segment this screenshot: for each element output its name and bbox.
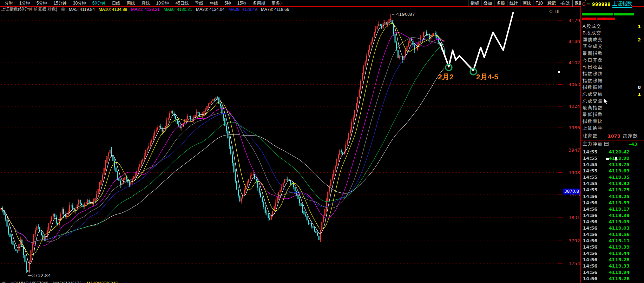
tick-row[interactable]: 14:56 4119.56 — [581, 231, 644, 237]
ma-legend-item: MA60: 4130.21 — [164, 7, 192, 12]
toolbar-button[interactable]: 标记 — [545, 0, 558, 7]
period-menu-item[interactable]: 月线 — [138, 0, 153, 6]
period-menu-item[interactable]: 季线 — [192, 0, 206, 6]
main-net-row[interactable]: 主力净额 -43 — [581, 140, 644, 148]
tick-row[interactable]: 14:56 4119.28 — [581, 256, 644, 263]
tick-row[interactable]: 14:55 4119.35 — [581, 174, 644, 180]
drawn-forecast[interactable] — [440, 12, 517, 75]
ma-line-60 — [1, 44, 444, 242]
panel-row[interactable]: A股成交 1 — [581, 23, 644, 30]
diamond-icon[interactable]: ◇ — [549, 9, 552, 14]
turnover-group: A股成交 1 B股成交 国债成交 2 基金成交 — [581, 23, 644, 50]
toolbar-button[interactable]: 指标 — [468, 0, 481, 7]
g-flag: G — [582, 2, 585, 7]
toolbar-button[interactable]: 多股 — [494, 0, 507, 7]
period-menu-item[interactable]: 15分钟 — [50, 0, 70, 6]
price-axis[interactable]: 4179414041024063402439863947390838703831… — [563, 6, 581, 280]
chart-corner-icons: ◇ ◨ — [549, 9, 559, 14]
volume-ma5: MA5:21246676 — [53, 281, 81, 283]
collapse-chevron-icon[interactable]: ⌄ — [61, 7, 65, 11]
mouse-cursor — [603, 98, 610, 106]
panel-row[interactable]: B股成交 — [581, 30, 644, 37]
tick-row[interactable]: 14:56 4119.39 — [581, 212, 644, 218]
toolbar-button[interactable]: -自选 — [558, 0, 572, 7]
tick-row[interactable]: 14:56 4119.11 — [581, 237, 644, 244]
axis-label: 3831 — [569, 215, 580, 220]
current-price-marker: 3870.8 — [563, 189, 582, 195]
period-menu: 分时 1分钟 5分钟 15分钟 30分钟 60分钟 日线 周线 月线 10分钟 … — [1, 0, 287, 6]
panel-row[interactable]: 指数涨跌 — [581, 71, 644, 77]
tick-row[interactable]: 14:56 4119.53 — [581, 199, 644, 206]
toolbar-button[interactable]: F10 — [533, 0, 545, 6]
drawn-date-label: 2月2 — [438, 72, 453, 82]
tick-row[interactable]: 14:55 4119.63 — [581, 168, 644, 174]
period-menu-item[interactable]: 周线 — [123, 0, 138, 6]
stock-identity[interactable]: G 999999 上证指数 — [581, 1, 632, 8]
split-view-icon[interactable]: ◨ — [555, 9, 559, 14]
panel-row[interactable]: 国债成交 2 — [581, 37, 644, 43]
toolbar-button[interactable]: 叠加 — [481, 0, 494, 7]
panel-row[interactable]: 指数涨幅 — [581, 77, 644, 84]
tick-row[interactable]: 14:56 4119.39 — [581, 244, 644, 250]
period-menu-item[interactable]: 5分钟 — [33, 0, 51, 6]
tick-row[interactable]: 14:55 4119.75 — [581, 187, 644, 193]
period-menu-item[interactable]: 60分钟 — [89, 0, 109, 6]
period-menu-item[interactable]: 5秒 — [221, 0, 234, 6]
tick-row[interactable]: 14:55 4119.75 — [581, 162, 644, 168]
panel-row[interactable]: 最低指数 — [581, 111, 644, 118]
tick-row[interactable]: 14:56 4119.26 — [581, 276, 644, 282]
panel-row[interactable]: 基金成交 — [581, 43, 644, 50]
advancers-decliners-row[interactable]: 涨家数 1073 跌家数 — [581, 132, 644, 140]
axis-label: 3986 — [569, 125, 580, 130]
period-menu-item[interactable]: 多周期 — [249, 0, 268, 6]
strength-segment — [614, 13, 634, 15]
tick-row[interactable]: 14:56 4119.25 — [581, 193, 644, 199]
toolbar-button[interactable]: 统计 — [507, 0, 520, 7]
pixel-artifact — [606, 158, 609, 160]
volume-pane[interactable]: VOLUME:19557349 MA5:21246676 MA10:225268… — [0, 280, 563, 283]
axis-label: 3754 — [569, 261, 580, 266]
ma-legend: MA5: 4119.84 MA10: 4134.89 MA21: 4138.21… — [69, 7, 289, 12]
stock-name: 上证指数 — [612, 1, 632, 8]
panel-row[interactable]: 总成交量 — [581, 98, 644, 104]
panel-row[interactable]: 最新指数 — [581, 50, 644, 57]
period-menu-item[interactable]: 更多〉 — [268, 0, 287, 6]
candlestick-chart[interactable] — [0, 12, 563, 280]
drawn-date-label: 2月4-5 — [476, 72, 498, 82]
panel-row[interactable]: 今日开盘 — [581, 57, 644, 64]
period-menu-item[interactable]: 1分钟 — [16, 0, 33, 6]
panel-row[interactable]: 指数量比 — [581, 118, 644, 125]
candles — [1, 14, 445, 277]
tick-row[interactable]: 14:56 4119.03 — [581, 225, 644, 231]
low-price-label: ←3732.84 — [28, 273, 51, 278]
tick-row[interactable]: 14:56 4118.94 — [581, 269, 644, 276]
tick-row[interactable]: 14:56 4119.09 — [581, 218, 644, 225]
period-menu-item[interactable]: 日线 — [109, 0, 123, 6]
ma-legend-item: MA21: 4138.21 — [131, 7, 159, 12]
panel-row[interactable]: 最高指数 — [581, 104, 644, 111]
panel-row[interactable]: 上证换手 — [581, 125, 644, 131]
tick-row[interactable]: 14:56 4119.33 — [581, 263, 644, 269]
tick-row[interactable]: 14:55 4120.42 — [581, 149, 644, 155]
tick-row[interactable]: 14:56 4119.17 — [581, 206, 644, 212]
ma-legend-item: MA10: 4134.89 — [99, 7, 127, 12]
period-menu-item[interactable]: 10分钟 — [153, 0, 172, 6]
panel-row[interactable]: 昨日收盘 — [581, 64, 644, 70]
panel-row[interactable]: 总成交额 1 — [581, 91, 644, 98]
period-menu-item[interactable]: 30分钟 — [70, 0, 89, 6]
decliners-bar — [582, 18, 644, 20]
ma-legend-item: MA30: 4134.04 — [196, 7, 224, 12]
tick-row[interactable]: 14:56 4119.44 — [581, 250, 644, 256]
volume-value: VOLUME:19557349 — [11, 281, 48, 283]
tick-row[interactable]: 14:55 4119.92 — [581, 180, 644, 187]
toolbar-button[interactable]: 画线 — [520, 0, 533, 7]
collapse-circle-icon[interactable] — [2, 282, 6, 283]
period-menu-item[interactable]: 45日线 — [172, 0, 192, 6]
list-icon[interactable] — [604, 142, 609, 146]
tick-row[interactable]: 14:55 4119.99 — [581, 155, 644, 162]
panel-row[interactable]: 指数振幅 8 — [581, 84, 644, 91]
period-menu-item[interactable]: 分时 — [1, 0, 16, 6]
pixel-artifact — [558, 71, 560, 73]
period-menu-item[interactable]: 15秒 — [234, 0, 249, 6]
period-menu-item[interactable]: 年线 — [206, 0, 221, 6]
